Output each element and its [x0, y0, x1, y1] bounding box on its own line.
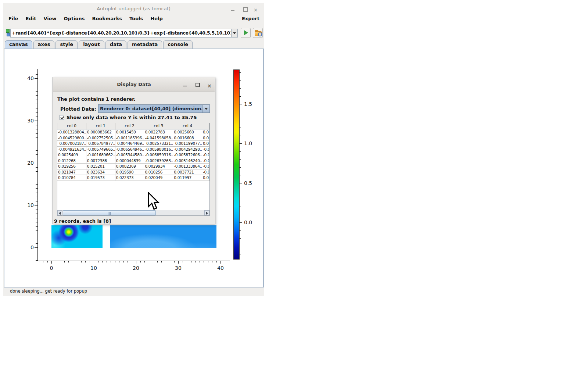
menu-help[interactable]: Help — [147, 14, 166, 23]
table-cell[interactable]: 0.0015459 — [115, 129, 144, 135]
table-cell[interactable]: 0.022373 — [115, 175, 144, 181]
table-cell[interactable]: 0.019573 — [86, 175, 115, 181]
table-cell[interactable]: -0.001185396... — [115, 135, 144, 141]
table-cell[interactable]: -0.004464469... — [115, 141, 144, 147]
table-cell[interactable]: -0.002639263... — [144, 158, 173, 164]
table-cell[interactable]: 0.0016608 — [173, 135, 202, 141]
menu-tools[interactable]: Tools — [126, 14, 147, 23]
dialog-maximize-icon[interactable] — [195, 82, 200, 87]
uri-input[interactable]: +rand{40,40}*{exp{-distance{40,40,20,20,… — [10, 29, 231, 37]
column-header[interactable]: col 2 — [115, 123, 144, 129]
table-cell[interactable]: -0.005344580... — [115, 152, 144, 158]
dialog-close-icon[interactable]: ✕ — [207, 82, 212, 87]
expert-toggle[interactable]: Expert — [242, 16, 259, 21]
scroll-right-button[interactable] — [204, 210, 209, 215]
menu-options[interactable]: Options — [60, 14, 89, 23]
menu-view[interactable]: View — [40, 14, 60, 23]
tab-canvas[interactable]: canvas — [5, 40, 32, 49]
x-axis-tick — [81, 261, 82, 262]
table-cell[interactable]: -0.001199077... — [173, 141, 202, 147]
file-browse-button[interactable] — [253, 28, 263, 38]
column-header[interactable] — [202, 123, 209, 129]
table-cell[interactable]: 0.00 — [202, 135, 209, 141]
table-cell[interactable]: -0.005988016... — [144, 147, 173, 153]
horizontal-scrollbar[interactable] — [57, 210, 209, 215]
table-cell[interactable]: 0.0025409 — [57, 152, 86, 158]
titlebar[interactable]: Autoplot untagged (as tomcat) ✕ — [3, 3, 264, 14]
uri-dropdown-button[interactable] — [231, 29, 238, 37]
table-cell[interactable]: 0.0025660 — [173, 129, 202, 135]
table-cell[interactable]: -4.041598058... — [144, 135, 173, 141]
column-header[interactable]: col 0 — [57, 123, 86, 129]
table-cell[interactable]: 0.019590 — [115, 169, 144, 175]
table-cell[interactable]: -0.00 — [202, 158, 209, 164]
table-cell[interactable]: -0.005872606... — [173, 152, 202, 158]
close-icon[interactable]: ✕ — [254, 6, 259, 11]
table-cell[interactable]: 0.023634 — [86, 169, 115, 175]
plot-go-button[interactable] — [241, 28, 251, 38]
menu-bookmarks[interactable]: Bookmarks — [89, 14, 126, 23]
y-axis-tick — [36, 159, 37, 159]
table-cell[interactable]: 0.011997 — [173, 175, 202, 181]
table-cell[interactable]: -0.005146240... — [173, 158, 202, 164]
menu-file[interactable]: File — [5, 14, 22, 23]
table-cell[interactable]: -0.001689662... — [86, 152, 115, 158]
table-cell[interactable]: 0.012268 — [57, 158, 86, 164]
table-cell[interactable]: 0.0022783 — [144, 129, 173, 135]
tab-data[interactable]: data — [105, 40, 126, 49]
data-source-indicator-icon[interactable] — [7, 33, 10, 36]
table-cell[interactable]: 0.020049 — [144, 175, 173, 181]
table-cell[interactable]: 0.00 — [202, 141, 209, 147]
tab-style[interactable]: style — [55, 40, 78, 49]
plot-element-indicator-icon[interactable] — [6, 29, 10, 33]
table-cell[interactable]: -0.004921634... — [57, 147, 86, 153]
maximize-icon[interactable] — [243, 6, 248, 11]
dialog-titlebar[interactable]: Display Data ✕ — [53, 78, 215, 92]
column-header[interactable]: col 4 — [173, 123, 202, 129]
tab-layout[interactable]: layout — [79, 40, 104, 49]
table-cell[interactable]: 0.0029934 — [144, 164, 173, 169]
table-cell[interactable]: -0.006859316... — [144, 152, 173, 158]
table-cell[interactable]: 0.0072386 — [86, 158, 115, 164]
table-cell[interactable]: -0.002752505... — [86, 135, 115, 141]
table-cell[interactable]: -0.005749665... — [86, 147, 115, 153]
dialog-minimize-icon[interactable] — [183, 82, 188, 87]
x-axis-tick — [178, 261, 179, 264]
table-cell[interactable]: -0.001328804... — [57, 129, 86, 135]
table-cell[interactable]: 0.000044839 — [115, 158, 144, 164]
table-cell[interactable]: -0.001333864... — [173, 164, 202, 169]
table-cell[interactable]: 0.015201 — [86, 164, 115, 169]
table-cell[interactable]: -0.00 — [202, 169, 209, 175]
table-cell[interactable]: 0.0037721 — [173, 169, 202, 175]
column-header[interactable]: col 3 — [144, 123, 173, 129]
menu-edit[interactable]: Edit — [22, 14, 40, 23]
table-cell[interactable]: -0.004294298... — [173, 147, 202, 153]
table-cell[interactable]: 0.019256 — [57, 164, 86, 169]
table-cell[interactable]: 0.010784 — [57, 175, 86, 181]
table-cell[interactable]: -0.00 — [202, 164, 209, 169]
tab-metadata[interactable]: metadata — [128, 40, 162, 49]
minimize-icon[interactable] — [230, 6, 236, 11]
scroll-left-button[interactable] — [57, 210, 62, 215]
table-cell[interactable]: -0.007002187... — [57, 141, 86, 147]
plotted-data-select[interactable]: Renderer 0: dataset[40,40] (dimension... — [98, 104, 202, 113]
column-header[interactable]: col 1 — [86, 123, 115, 129]
scrollbar-thumb[interactable] — [63, 210, 156, 215]
table-cell[interactable]: -0.00 — [202, 147, 209, 153]
table-cell[interactable]: 0.0082369 — [115, 164, 144, 169]
table-cell[interactable]: -0.002573321... — [144, 141, 173, 147]
tab-axes[interactable]: axes — [33, 40, 55, 49]
plotted-data-select-arrow[interactable] — [202, 104, 210, 113]
table-cell[interactable]: 0.00 — [202, 175, 209, 181]
table-cell[interactable]: -0.006564946... — [115, 147, 144, 153]
colorbar[interactable] — [233, 69, 240, 260]
table-cell[interactable]: 0.021047 — [57, 169, 86, 175]
table-cell[interactable]: -0.004529800... — [57, 135, 86, 141]
table-cell[interactable]: -0.005784977... — [86, 141, 115, 147]
table-cell[interactable]: -0.00 — [202, 152, 209, 158]
table-cell[interactable]: 0.00 — [202, 129, 209, 135]
table-cell[interactable]: 0.010256 — [144, 169, 173, 175]
tab-console[interactable]: console — [163, 40, 193, 49]
filter-checkbox[interactable] — [60, 115, 64, 120]
table-cell[interactable]: 0.000083662 — [86, 129, 115, 135]
